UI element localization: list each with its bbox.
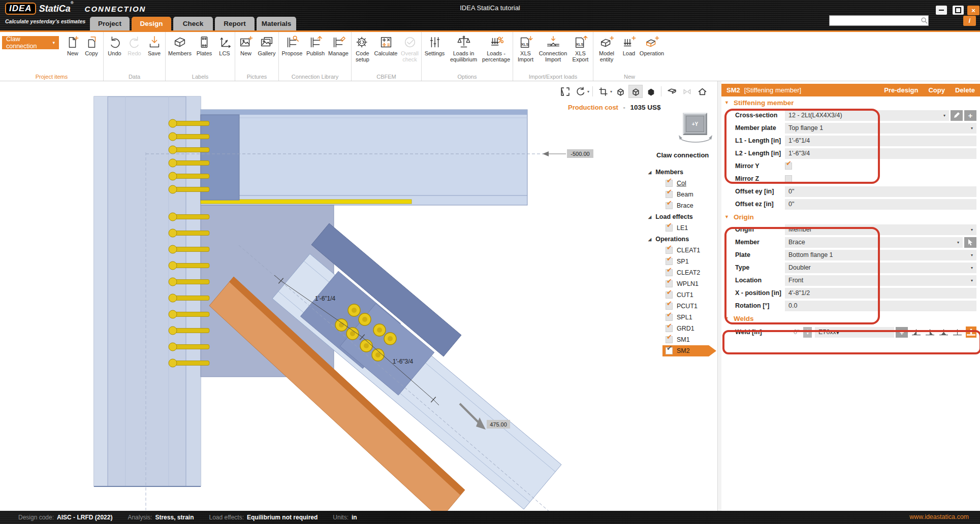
member-select[interactable]: Brace ▾ — [785, 237, 963, 248]
members-button[interactable]: Members — [166, 34, 194, 56]
weld-type-selected-button[interactable] — [966, 326, 976, 338]
weld-type-butt-button[interactable] — [952, 326, 963, 338]
pick-member-button[interactable] — [964, 237, 976, 248]
close-button[interactable]: × — [967, 6, 979, 15]
panel-scroll-strip[interactable] — [717, 81, 721, 511]
tree-item-beam[interactable]: ✔ Beam — [645, 189, 717, 200]
visibility-checkbox[interactable]: ✔ — [666, 258, 673, 265]
copy-operation-button[interactable]: Copy — [928, 86, 945, 94]
clip-view-button[interactable] — [665, 85, 679, 98]
model-viewport[interactable]: -500.00 475.00 1'-6"1/4 — [0, 81, 717, 511]
maximize-button[interactable] — [953, 6, 964, 15]
mirror-z-checkbox[interactable] — [785, 175, 792, 182]
connection-import-button[interactable]: Connection Import — [537, 34, 570, 63]
new-operation-button[interactable]: Operation — [639, 34, 665, 56]
new-picture-button[interactable]: New — [236, 34, 256, 56]
visibility-checkbox[interactable]: ✔ — [666, 191, 673, 198]
location-select[interactable]: Front ▾ — [785, 275, 976, 286]
tree-item-brace[interactable]: ✔ Brace — [645, 200, 717, 211]
plates-button[interactable]: Plates — [194, 34, 214, 56]
visibility-checkbox[interactable]: ✔ — [666, 303, 673, 310]
tree-group-members[interactable]: ◢ Members — [645, 167, 717, 178]
section-stiffening-member[interactable]: ▼ Stiffening member — [721, 96, 980, 109]
weld-type-fillet-left-button[interactable] — [911, 326, 922, 338]
tree-item-sp1[interactable]: ✔ SP1 — [645, 256, 717, 267]
save-button[interactable]: Save — [145, 34, 164, 56]
tree-item-col[interactable]: ✔ Col — [645, 178, 717, 189]
tree-item-wpln1[interactable]: ✔ WPLN1 — [645, 278, 717, 289]
fit-view-button[interactable] — [558, 85, 572, 98]
search-box[interactable] — [829, 15, 929, 26]
section-welds[interactable]: ▼ Welds — [721, 312, 980, 324]
visibility-checkbox[interactable]: ✔ — [666, 269, 673, 276]
tree-item-le1[interactable]: ✔ LE1 — [645, 222, 717, 234]
visibility-checkbox[interactable]: ✔ — [666, 224, 673, 232]
chevron-down-icon[interactable]: ▾ — [610, 89, 612, 94]
visibility-checkbox[interactable]: ✔ — [666, 247, 673, 254]
visibility-checkbox[interactable]: ✔ — [666, 280, 673, 287]
orbit-button[interactable] — [573, 85, 587, 98]
tree-expander-icon[interactable]: ◢ — [648, 215, 651, 219]
tree-item-cleat2[interactable]: ✔ CLEAT2 — [645, 267, 717, 278]
tab-report[interactable]: Report — [215, 17, 255, 30]
undo-button[interactable]: Undo — [105, 34, 124, 56]
visibility-checkbox[interactable]: ✔ — [666, 325, 673, 332]
calculate-button[interactable]: Calculate — [374, 34, 398, 56]
propose-button[interactable]: Propose — [280, 34, 304, 56]
loads-in-equilibrium-button[interactable]: Loads in equilibrium — [448, 34, 480, 63]
section-origin[interactable]: ▼ Origin — [721, 211, 980, 223]
lcs-button[interactable]: LCS — [215, 34, 234, 56]
weld-type-fillet-both-button[interactable] — [938, 326, 949, 338]
visibility-checkbox[interactable]: ✔ — [666, 180, 673, 187]
xls-import-button[interactable]: XLS XLS Import — [515, 34, 536, 63]
shaded-view-button[interactable] — [628, 85, 643, 98]
tab-materials[interactable]: Materials — [257, 17, 296, 30]
copy-project-button[interactable]: Copy — [82, 34, 101, 56]
tree-item-sm1[interactable]: ✔ SM1 — [645, 334, 717, 345]
model-entity-button[interactable]: Model entity — [594, 34, 619, 63]
project-item-dropdown[interactable]: Claw connection ▾ — [2, 36, 59, 49]
visibility-checkbox[interactable]: ✔ — [666, 314, 673, 321]
origin-select[interactable]: Member ▾ — [785, 224, 976, 235]
tab-project[interactable]: Project — [90, 17, 130, 30]
mirror-y-checkbox[interactable]: ✔ — [785, 162, 792, 170]
tree-item-spl1[interactable]: ✔ SPL1 — [645, 312, 717, 323]
weld-size-value[interactable]: 0" — [785, 329, 799, 336]
new-project-button[interactable]: New — [64, 34, 82, 56]
l1-length-input[interactable]: 1'-6"1/4 — [785, 136, 976, 146]
solid-view-button[interactable] — [644, 85, 658, 98]
tab-check[interactable]: Check — [173, 17, 213, 30]
chevron-down-icon[interactable]: ▾ — [587, 89, 589, 94]
code-setup-button[interactable]: Code setup — [352, 34, 373, 63]
edit-cross-section-button[interactable] — [951, 110, 963, 121]
member-plate-select[interactable]: Top flange 1 ▾ — [785, 123, 976, 134]
wireframe-view-button[interactable] — [613, 85, 627, 98]
weld-type-fillet-right-button[interactable] — [925, 326, 935, 338]
tree-item-pcut1[interactable]: ✔ PCUT1 — [645, 301, 717, 312]
plate-select[interactable]: Bottom flange 1 ▾ — [785, 250, 976, 260]
offset-ez-input[interactable]: 0" — [785, 199, 976, 210]
rotation-input[interactable]: 0.0 — [785, 301, 976, 311]
tree-expander-icon[interactable]: ◢ — [648, 237, 651, 242]
tree-expander-icon[interactable]: ◢ — [648, 170, 651, 175]
type-select[interactable]: Doubler ▾ — [785, 263, 976, 273]
visibility-checkbox[interactable]: ✔ — [666, 336, 673, 343]
info-button[interactable]: i — [963, 16, 976, 26]
pre-design-button[interactable]: Pre-design — [884, 86, 918, 94]
minimize-button[interactable] — [936, 6, 947, 15]
tree-item-cut1[interactable]: ✔ CUT1 — [645, 289, 717, 301]
offset-ey-input[interactable]: 0" — [785, 186, 976, 197]
l2-length-input[interactable]: 1'-6"3/4 — [785, 148, 976, 159]
home-view-button[interactable] — [695, 85, 709, 98]
axis-orientation-cube[interactable]: +Y — [679, 113, 712, 144]
website-link[interactable]: www.ideastatica.com — [909, 513, 969, 520]
tree-item-grd1[interactable]: ✔ GRD1 — [645, 323, 717, 334]
manage-button[interactable]: Manage — [327, 34, 350, 56]
visibility-checkbox[interactable]: ✔ — [666, 291, 673, 299]
new-load-button[interactable]: Load — [619, 34, 639, 56]
search-input[interactable] — [830, 17, 921, 24]
electrode-select[interactable]: E70xx ▾ — [815, 327, 894, 338]
settings-button[interactable]: Settings — [423, 34, 447, 56]
tab-design[interactable]: Design — [132, 17, 171, 30]
weld-size-stepper[interactable]: ▲ ▼ — [803, 327, 812, 338]
